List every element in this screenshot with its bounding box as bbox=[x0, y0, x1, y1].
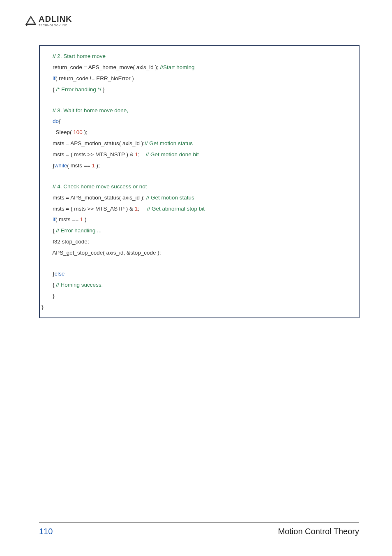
header-logo: ADLINK TECHNOLOGY INC. bbox=[25, 14, 72, 27]
code-block: // 2. Start home move return_code = APS_… bbox=[39, 45, 360, 318]
code-line: } bbox=[42, 291, 354, 302]
code-line: } bbox=[42, 302, 354, 313]
code-line: { // Homing success. bbox=[42, 280, 354, 291]
code-line: if( msts == 1 ) bbox=[42, 214, 354, 225]
code-line: msts = ( msts >> MTS_NSTP ) & 1; // Get … bbox=[42, 149, 354, 160]
brand-name: ADLINK bbox=[39, 14, 72, 24]
triangle-icon bbox=[25, 14, 37, 27]
code-line: Sleep( 100 ); bbox=[42, 127, 354, 138]
code-line: I32 stop_code; bbox=[42, 236, 354, 248]
code-line: { /* Error handling */ } bbox=[42, 84, 354, 95]
code-line: }while( msts == 1 ); bbox=[42, 160, 354, 171]
svg-point-2 bbox=[26, 25, 28, 26]
page-number: 110 bbox=[39, 527, 53, 536]
logo-text: ADLINK TECHNOLOGY INC. bbox=[39, 14, 72, 27]
code-line: do{ bbox=[42, 116, 354, 127]
code-line: msts = APS_motion_status( axis_id );// G… bbox=[42, 138, 354, 149]
code-line: { // Error handling ... bbox=[42, 225, 354, 236]
code-line: msts = ( msts >> MTS_ASTP ) & 1; // Get … bbox=[42, 204, 354, 215]
footer-title: Motion Control Theory bbox=[278, 527, 360, 536]
code-line: // 2. Start home move bbox=[42, 51, 354, 62]
code-line: // 3. Wait for home move done, bbox=[42, 105, 354, 116]
code-line: // 4. Check home move success or not bbox=[42, 181, 354, 192]
code-line: return_code = APS_home_move( axis_id ); … bbox=[42, 62, 354, 73]
page-footer: 110 Motion Control Theory bbox=[39, 522, 359, 536]
code-line: if( return_code != ERR_NoError ) bbox=[42, 73, 354, 84]
code-line: msts = APS_motion_status( axis_id ); // … bbox=[42, 192, 354, 204]
code-line: APS_get_stop_code( axis_id, &stop_code )… bbox=[42, 248, 354, 259]
brand-subtitle: TECHNOLOGY INC. bbox=[39, 24, 72, 27]
code-line: }else bbox=[42, 269, 354, 280]
